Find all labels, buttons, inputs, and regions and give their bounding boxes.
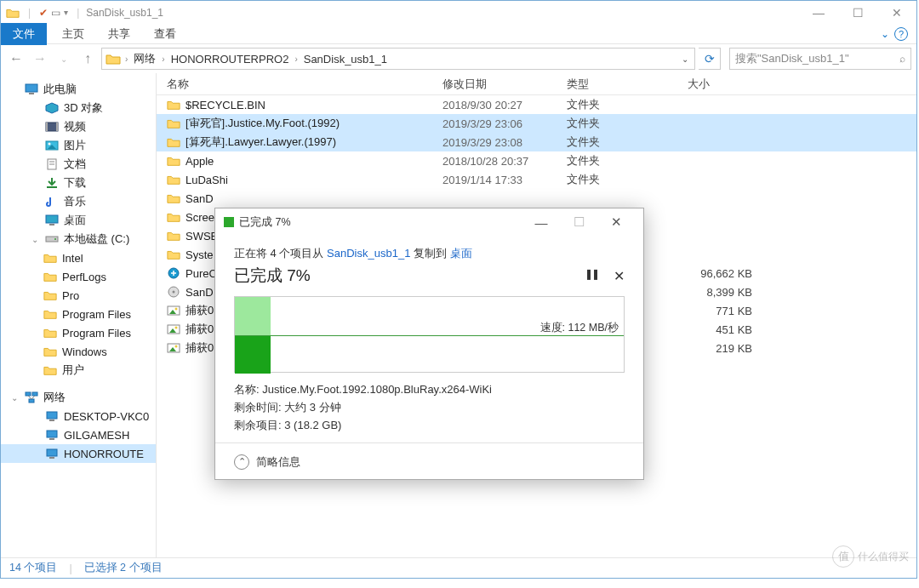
col-date[interactable]: 修改日期	[432, 77, 557, 92]
sidebar-item[interactable]: Pro	[1, 286, 156, 305]
sidebar-item[interactable]: ⌄网络	[1, 388, 156, 407]
sidebar-item[interactable]: GILGAMESH	[1, 425, 156, 444]
documents-icon	[45, 158, 59, 170]
chevron-right-icon[interactable]: ›	[292, 54, 300, 64]
ribbon-expand-icon[interactable]: ⌄	[881, 28, 889, 40]
qat-check-icon[interactable]: ✔	[39, 7, 48, 19]
search-placeholder: 搜索"SanDisk_usb1_1"	[735, 51, 849, 66]
sidebar-item[interactable]: 桌面	[1, 211, 156, 230]
qat-sep: |	[28, 7, 31, 19]
column-headers[interactable]: 名称 修改日期 类型 大小	[157, 73, 916, 95]
crumb-network[interactable]: 网络	[130, 51, 159, 66]
folder-icon	[43, 289, 57, 301]
col-size[interactable]: 大小	[677, 77, 762, 92]
svg-rect-14	[49, 224, 54, 225]
dialog-close-button[interactable]: ✕	[597, 210, 635, 234]
sidebar-item[interactable]: HONORROUTE	[1, 444, 156, 463]
nav-row: ← → ⌄ ↑ › 网络 › HONORROUTERPRO2 › SanDisk…	[1, 44, 916, 73]
sidebar-item[interactable]: 图片	[1, 136, 156, 155]
svg-rect-26	[47, 449, 57, 456]
file-row[interactable]: Apple2018/10/28 20:37文件夹	[157, 151, 916, 170]
file-row[interactable]: $RECYCLE.BIN2018/9/30 20:27文件夹	[157, 95, 916, 114]
address-bar[interactable]: › 网络 › HONORROUTERPRO2 › SanDisk_usb1_1 …	[101, 48, 695, 70]
file-row[interactable]: SanD	[157, 189, 916, 208]
recent-button[interactable]: ⌄	[54, 49, 74, 69]
expand-icon[interactable]: ⌄	[11, 393, 20, 402]
sidebar-item-label: 文档	[64, 157, 86, 172]
file-row[interactable]: [算死草].Lawyer.Lawyer.(1997)2019/3/29 23:0…	[157, 133, 916, 151]
file-name: [算死草].Lawyer.Lawyer.(1997)	[186, 134, 336, 150]
sidebar-item[interactable]: Intel	[1, 248, 156, 267]
file-name: SanD	[186, 286, 214, 299]
search-input[interactable]: 搜索"SanDisk_usb1_1" ⌕	[729, 48, 911, 70]
refresh-button[interactable]: ⟳	[699, 48, 721, 70]
sidebar-item[interactable]: 此电脑	[1, 80, 156, 99]
help-icon[interactable]: ?	[894, 27, 908, 41]
source-link[interactable]: SanDisk_usb1_1	[327, 247, 410, 260]
drive-icon	[45, 233, 59, 245]
sidebar-item[interactable]: DESKTOP-VKC0	[1, 407, 156, 425]
speed-label: 速度: 112 MB/秒	[540, 321, 619, 335]
collapse-icon[interactable]: ⌃	[234, 454, 249, 470]
nav-pane[interactable]: 此电脑3D 对象视频图片文档下载音乐桌面⌄本地磁盘 (C:)IntelPerfL…	[1, 73, 157, 562]
sidebar-item[interactable]: 3D 对象	[1, 99, 156, 117]
titlebar: | ✔ ▭ ▾ | SanDisk_usb1_1 — ☐ ✕	[1, 1, 916, 24]
svg-line-21	[31, 396, 35, 399]
expand-icon[interactable]: ⌄	[31, 235, 40, 244]
svg-point-39	[175, 345, 178, 348]
view-tab[interactable]: 查看	[142, 23, 188, 45]
chevron-right-icon[interactable]: ›	[159, 54, 167, 64]
footer-label[interactable]: 简略信息	[256, 454, 300, 470]
chevron-right-icon[interactable]: ›	[123, 54, 130, 64]
share-tab[interactable]: 共享	[96, 23, 142, 45]
pause-button[interactable]: ❚❚	[585, 268, 598, 284]
file-tab[interactable]: 文件	[1, 23, 47, 45]
dialog-minimize-button[interactable]: —	[522, 210, 560, 234]
dest-link[interactable]: 桌面	[450, 247, 472, 260]
sidebar-item[interactable]: Program Files	[1, 323, 156, 342]
sidebar-item[interactable]: 下载	[1, 174, 156, 192]
sidebar-item-label: Windows	[62, 345, 107, 358]
sidebar-item-label: 本地磁盘 (C:)	[64, 231, 129, 247]
col-name[interactable]: 名称	[157, 77, 432, 92]
qat-dropdown-icon[interactable]: ▾	[64, 8, 68, 17]
forward-button[interactable]: →	[30, 49, 50, 69]
close-button[interactable]: ✕	[877, 1, 916, 24]
up-button[interactable]: ↑	[77, 49, 98, 69]
home-tab[interactable]: 主页	[50, 23, 96, 45]
sidebar-item-label: 音乐	[64, 194, 86, 209]
sidebar-item-label: Program Files	[62, 327, 131, 340]
sidebar-item-label: 桌面	[64, 213, 86, 228]
selection-count: 已选择 2 个项目	[84, 561, 163, 575]
file-row[interactable]: [审死官].Justice.My.Foot.(1992)2019/3/29 23…	[157, 114, 916, 133]
sidebar-item[interactable]: PerfLogs	[1, 267, 156, 286]
sidebar-item[interactable]: ⌄本地磁盘 (C:)	[1, 230, 156, 248]
image-icon	[167, 305, 180, 317]
cancel-button[interactable]: ✕	[614, 268, 625, 284]
crumb-router[interactable]: HONORROUTERPRO2	[168, 53, 293, 66]
sidebar-item[interactable]: Windows	[1, 342, 156, 361]
sidebar-item[interactable]: 文档	[1, 155, 156, 174]
sidebar-item-label: PerfLogs	[62, 271, 106, 283]
address-dropdown-icon[interactable]: ⌄	[677, 54, 693, 64]
back-button[interactable]: ←	[6, 49, 26, 69]
sidebar-item[interactable]: 用户	[1, 361, 156, 380]
sidebar-item[interactable]: Program Files	[1, 305, 156, 323]
dialog-maximize-button[interactable]: ☐	[560, 210, 597, 234]
sidebar-item[interactable]: 音乐	[1, 192, 156, 211]
file-name: SWSE	[186, 230, 218, 243]
sidebar-item[interactable]: 视频	[1, 117, 156, 136]
3d-icon	[45, 102, 59, 114]
search-icon[interactable]: ⌕	[899, 53, 905, 65]
col-type[interactable]: 类型	[557, 77, 677, 92]
maximize-button[interactable]: ☐	[838, 1, 877, 24]
sidebar-item-label: GILGAMESH	[64, 429, 129, 442]
sidebar-item-label: Program Files	[62, 308, 131, 321]
minimize-button[interactable]: —	[799, 1, 838, 24]
sidebar-item-label: 图片	[64, 138, 86, 153]
file-row[interactable]: LuDaShi2019/1/14 17:33文件夹	[157, 170, 916, 189]
dialog-controls: — ☐ ✕	[522, 210, 635, 234]
qat-pin-icon[interactable]: ▭	[51, 7, 60, 19]
crumb-sandisk[interactable]: SanDisk_usb1_1	[300, 53, 391, 66]
dialog-titlebar[interactable]: 已完成 7% — ☐ ✕	[215, 208, 643, 236]
